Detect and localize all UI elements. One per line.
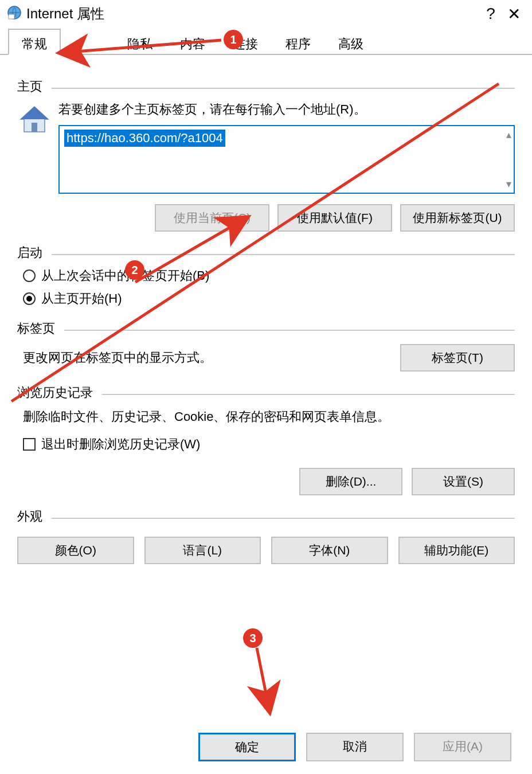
svg-rect-1 bbox=[9, 14, 14, 19]
browsing-history-desc: 删除临时文件、历史记录、Cookie、保存的密码和网页表单信息。 bbox=[23, 408, 515, 425]
general-panel: 主页 若要创建多个主页标签页，请在每行输入一个地址(R)。 https://ha… bbox=[0, 55, 532, 564]
help-button[interactable]: ? bbox=[479, 5, 502, 23]
browsing-history-group: 浏览历史记录 删除临时文件、历史记录、Cookie、保存的密码和网页表单信息。 … bbox=[17, 384, 515, 495]
annotation-badge-3: 3 bbox=[243, 628, 263, 648]
tabs-settings-group-label: 标签页 bbox=[17, 320, 55, 337]
apply-button[interactable]: 应用(A) bbox=[414, 733, 511, 761]
close-button[interactable]: ✕ bbox=[502, 5, 525, 24]
tabs-settings-desc: 更改网页在标签页中的显示方式。 bbox=[23, 349, 400, 366]
homepage-url-value: https://hao.360.com/?a1004 bbox=[64, 130, 225, 147]
annotation-badge-1: 1 bbox=[224, 30, 243, 49]
tab-content[interactable]: 内容 bbox=[166, 29, 219, 55]
divider bbox=[102, 394, 515, 395]
svg-rect-4 bbox=[32, 123, 37, 132]
tab-programs[interactable]: 程序 bbox=[272, 29, 324, 55]
divider bbox=[52, 88, 515, 89]
annotation-badge-2: 2 bbox=[125, 260, 144, 280]
accessibility-button[interactable]: 辅助功能(E) bbox=[398, 537, 515, 564]
cancel-button[interactable]: 取消 bbox=[306, 733, 404, 761]
divider bbox=[64, 330, 515, 331]
scroll-down-icon[interactable]: ▾ bbox=[506, 178, 511, 190]
window-title: Internet 属性 bbox=[26, 5, 479, 23]
svg-line-8 bbox=[257, 648, 269, 711]
languages-button[interactable]: 语言(L) bbox=[144, 537, 261, 564]
scroll-up-icon[interactable]: ▴ bbox=[506, 128, 511, 141]
startup-group-label: 启动 bbox=[17, 244, 42, 261]
use-new-tab-button[interactable]: 使用新标签页(U) bbox=[400, 204, 515, 232]
delete-on-exit-checkbox-row[interactable]: 退出时删除浏览历史记录(W) bbox=[23, 436, 515, 453]
tabs-settings-button[interactable]: 标签页(T) bbox=[400, 344, 515, 372]
colors-button[interactable]: 颜色(O) bbox=[17, 537, 134, 564]
tab-general[interactable]: 常规 bbox=[8, 29, 61, 55]
appearance-group: 外观 颜色(O) 语言(L) 字体(N) 辅助功能(E) bbox=[17, 508, 515, 564]
titlebar: Internet 属性 ? ✕ bbox=[0, 0, 532, 28]
fonts-button[interactable]: 字体(N) bbox=[271, 537, 388, 564]
homepage-instruction: 若要创建多个主页标签页，请在每行输入一个地址(R)。 bbox=[58, 101, 515, 118]
svg-marker-3 bbox=[21, 107, 48, 119]
checkbox-icon bbox=[23, 438, 36, 451]
delete-on-exit-label: 退出时删除浏览历史记录(W) bbox=[41, 436, 200, 453]
radio-label: 从主页开始(H) bbox=[41, 290, 122, 307]
startup-radio-last-session[interactable]: 从上次会话中的标签页开始(B) bbox=[23, 267, 515, 284]
startup-radio-homepage[interactable]: 从主页开始(H) bbox=[23, 290, 515, 307]
browsing-history-group-label: 浏览历史记录 bbox=[17, 384, 93, 401]
homepage-group: 主页 若要创建多个主页标签页，请在每行输入一个地址(R)。 https://ha… bbox=[17, 78, 515, 232]
appearance-group-label: 外观 bbox=[17, 508, 42, 525]
internet-options-icon bbox=[7, 5, 22, 23]
homepage-url-textarea[interactable]: https://hao.360.com/?a1004 ▴ ▾ bbox=[58, 125, 515, 194]
radio-icon-checked bbox=[23, 292, 36, 305]
divider bbox=[52, 518, 515, 519]
delete-history-button[interactable]: 删除(D)... bbox=[299, 468, 402, 495]
ok-button[interactable]: 确定 bbox=[198, 733, 296, 761]
startup-group: 启动 从上次会话中的标签页开始(B) 从主页开始(H) bbox=[17, 244, 515, 307]
use-current-page-button[interactable]: 使用当前页(C) bbox=[155, 204, 269, 232]
use-default-button[interactable]: 使用默认值(F) bbox=[277, 204, 392, 232]
radio-icon bbox=[23, 269, 36, 282]
tabs-settings-group: 标签页 更改网页在标签页中的显示方式。 标签页(T) bbox=[17, 320, 515, 372]
tab-bar: 常规 安全 隐私 内容 连接 程序 高级 bbox=[0, 28, 532, 55]
history-settings-button[interactable]: 设置(S) bbox=[412, 468, 515, 495]
dialog-footer: 确定 取消 应用(A) bbox=[0, 733, 532, 774]
divider bbox=[52, 254, 515, 255]
tab-privacy[interactable]: 隐私 bbox=[114, 29, 166, 55]
tab-advanced[interactable]: 高级 bbox=[324, 29, 377, 55]
home-icon bbox=[17, 101, 58, 232]
homepage-group-label: 主页 bbox=[17, 78, 42, 95]
